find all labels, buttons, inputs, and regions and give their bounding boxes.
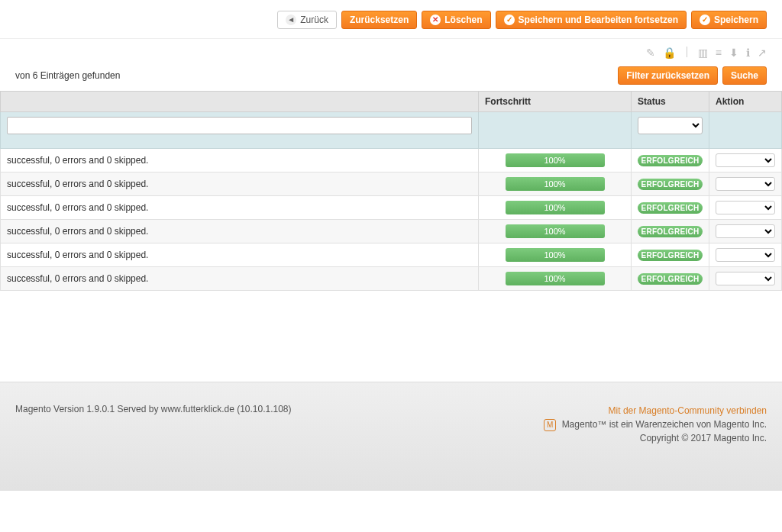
reset-button[interactable]: Zurücksetzen [341,11,417,29]
progress-bar: 100% [506,177,605,191]
status-badge: ERFOLGREICH [638,273,703,285]
table-row: successful, 0 errors and 0 skipped.100%E… [1,220,782,243]
cell-status: ERFOLGREICH [632,196,709,220]
table-row: successful, 0 errors and 0 skipped.100%E… [1,243,782,267]
table-row: successful, 0 errors and 0 skipped.100%E… [1,196,782,220]
cell-message: successful, 0 errors and 0 skipped. [1,149,479,172]
row-action-select[interactable] [716,201,775,214]
save-button[interactable]: ✓ Speichern [691,11,767,29]
cell-action [709,243,782,267]
progress-bar: 100% [506,224,605,238]
cell-status: ERFOLGREICH [632,220,709,243]
progress-bar: 100% [506,248,605,262]
cell-progress: 100% [479,267,632,291]
grid-toolbar: von 6 Einträgen gefunden Filter zurückse… [0,59,782,91]
save-label: Speichern [714,15,758,25]
result-count: von 6 Einträgen gefunden [15,70,120,81]
cell-action [709,172,782,196]
pencil-icon[interactable]: ✎ [646,47,655,59]
download-icon[interactable]: ⬇ [729,47,738,59]
cell-action [709,149,782,172]
status-badge: ERFOLGREICH [638,179,703,190]
row-action-select[interactable] [716,177,775,191]
row-action-select[interactable] [716,224,775,238]
popout-icon[interactable]: ↗ [758,47,767,59]
col-message-header[interactable] [1,92,479,112]
col-progress-header[interactable]: Fortschritt [479,92,632,112]
save-continue-label: Speichern und Bearbeiten fortsetzen [519,15,678,25]
cell-message: successful, 0 errors and 0 skipped. [1,220,479,243]
cell-message: successful, 0 errors and 0 skipped. [1,243,479,267]
cell-message: successful, 0 errors and 0 skipped. [1,172,479,196]
reset-label: Zurücksetzen [350,15,409,25]
row-action-select[interactable] [716,153,775,167]
table-row: successful, 0 errors and 0 skipped.100%E… [1,267,782,291]
cell-progress: 100% [479,220,632,243]
delete-label: Löschen [444,15,482,25]
search-label: Suche [731,70,758,81]
filter-action-cell [709,112,782,149]
table-row: successful, 0 errors and 0 skipped.100%E… [1,149,782,172]
results-grid: Fortschritt Status Aktion successful, 0 … [0,91,782,291]
page-footer: Mit der Magento-Community verbinden M Ma… [0,382,782,491]
row-action-select[interactable] [716,248,775,262]
filter-row [1,112,782,149]
list-icon[interactable]: ≡ [716,47,722,59]
filter-progress-cell [479,112,632,149]
cell-progress: 100% [479,196,632,220]
progress-bar: 100% [506,201,605,214]
cell-progress: 100% [479,172,632,196]
progress-bar: 100% [506,272,605,285]
back-icon: ◄ [286,15,296,25]
doc-toolbar: ✎ 🔒 ▥ ≡ ⬇ ℹ ↗ [0,39,782,59]
row-action-select[interactable] [716,272,775,285]
layout-icon[interactable]: ▥ [698,47,708,59]
table-row: successful, 0 errors and 0 skipped.100%E… [1,172,782,196]
back-button[interactable]: ◄ Zurück [277,11,337,29]
filter-status-select[interactable] [638,117,703,134]
cell-action [709,267,782,291]
filter-reset-label: Filter zurücksetzen [626,70,709,81]
filter-message-input[interactable] [7,117,472,134]
trademark-text: Magento™ ist ein Warenzeichen von Magent… [562,419,767,430]
form-actions-bar: ◄ Zurück Zurücksetzen ✕ Löschen ✓ Speich… [0,0,782,39]
filter-reset-button[interactable]: Filter zurücksetzen [618,66,718,85]
status-badge: ERFOLGREICH [638,202,703,214]
status-badge: ERFOLGREICH [638,155,703,166]
progress-bar: 100% [506,153,605,167]
check-icon: ✓ [700,15,710,25]
info-icon[interactable]: ℹ [746,47,750,59]
back-label: Zurück [300,15,328,25]
magento-logo-icon: M [544,419,556,431]
cell-message: successful, 0 errors and 0 skipped. [1,267,479,291]
lock-icon[interactable]: 🔒 [663,47,676,59]
cell-action [709,196,782,220]
cell-status: ERFOLGREICH [632,149,709,172]
status-badge: ERFOLGREICH [638,250,703,261]
cell-status: ERFOLGREICH [632,172,709,196]
community-link[interactable]: Mit der Magento-Community verbinden [609,405,767,416]
separator [687,47,687,57]
cell-status: ERFOLGREICH [632,267,709,291]
cell-progress: 100% [479,149,632,172]
copyright-text: Copyright © 2017 Magento Inc. [640,433,767,443]
save-continue-button[interactable]: ✓ Speichern und Bearbeiten fortsetzen [496,11,687,29]
col-status-header[interactable]: Status [632,92,709,112]
status-badge: ERFOLGREICH [638,226,703,237]
cell-message: successful, 0 errors and 0 skipped. [1,196,479,220]
cell-status: ERFOLGREICH [632,243,709,267]
delete-button[interactable]: ✕ Löschen [422,11,490,29]
delete-icon: ✕ [430,15,441,25]
check-icon: ✓ [504,15,515,25]
cell-progress: 100% [479,243,632,267]
search-button[interactable]: Suche [722,66,767,85]
cell-action [709,220,782,243]
col-action-header[interactable]: Aktion [709,92,782,112]
